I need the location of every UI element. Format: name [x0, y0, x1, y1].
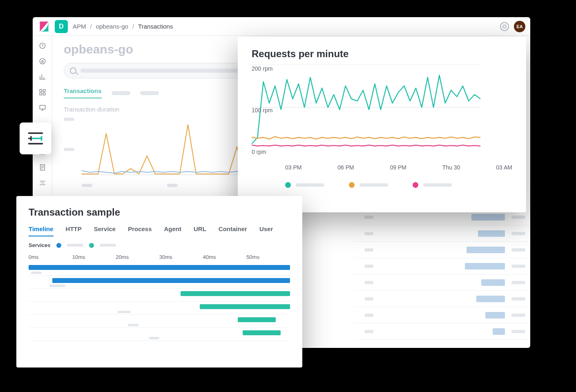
canvas-icon[interactable] [38, 104, 47, 112]
list-row[interactable] [355, 307, 530, 323]
tab-placeholder[interactable] [140, 91, 159, 95]
tab-process[interactable]: Process [128, 225, 152, 236]
timeline-axis: 0ms10ms20ms30ms40ms50ms [29, 254, 290, 260]
help-icon[interactable] [500, 22, 509, 31]
tab-transactions[interactable]: Transactions [64, 87, 102, 98]
breadcrumb-separator: / [90, 23, 92, 30]
axis-tick: 20ms [116, 254, 159, 260]
apm-icon[interactable] [38, 179, 47, 187]
breadcrumb: APM / opbeans-go / Transactions [73, 23, 173, 30]
axis-tick: 40ms [203, 254, 247, 260]
x-axis: 03 PM 06 PM 09 PM Thu 30 03 AM [285, 164, 512, 171]
services-legend: Services [29, 242, 290, 248]
y-tick: 100 rpm [252, 107, 272, 114]
legend-item[interactable] [349, 182, 388, 188]
service-swatch-icon [89, 243, 94, 248]
timeline-row[interactable] [29, 289, 290, 302]
legend [252, 182, 512, 188]
tab-user[interactable]: User [259, 225, 273, 236]
legend-item[interactable] [413, 182, 452, 188]
legend-swatch-icon [285, 182, 291, 188]
data-list [355, 209, 530, 340]
y-tick: 0 rpm [252, 149, 266, 155]
timeline-row[interactable] [29, 276, 290, 289]
card-title: Requests per minute [252, 48, 512, 60]
timeline-rows [29, 263, 290, 341]
tab-container[interactable]: Container [219, 225, 247, 236]
logs-icon[interactable] [38, 163, 47, 172]
svg-rect-7 [40, 105, 45, 109]
x-tick: 06 PM [337, 164, 354, 171]
legend-swatch-icon [349, 182, 355, 188]
list-row[interactable] [355, 274, 530, 291]
x-tick: 09 PM [390, 164, 406, 171]
svg-rect-6 [43, 93, 45, 95]
span-bar [238, 317, 276, 322]
recent-icon[interactable] [38, 42, 47, 50]
services-label: Services [29, 242, 51, 248]
user-avatar[interactable]: EA [514, 21, 525, 32]
y-tick: 200 rpm [252, 65, 272, 72]
svg-rect-3 [40, 89, 42, 91]
transaction-sample-card: Transaction sample TimelineHTTPServicePr… [16, 196, 302, 368]
duration-sparkline [82, 116, 253, 177]
tab-service[interactable]: Service [94, 225, 116, 236]
breadcrumb-item-current: Transactions [138, 23, 173, 30]
y-tick-placeholder [64, 148, 74, 151]
axis-tick: 30ms [159, 254, 203, 260]
y-tick-placeholder [64, 118, 74, 121]
svg-rect-4 [43, 89, 45, 91]
legend-item[interactable] [285, 182, 324, 188]
tab-url[interactable]: URL [194, 225, 206, 236]
kibana-logo-icon [38, 21, 50, 32]
tab-timeline[interactable]: Timeline [29, 225, 54, 236]
tab-http[interactable]: HTTP [66, 225, 82, 236]
top-bar: D APM / opbeans-go / Transactions EA [33, 17, 530, 36]
rpm-chart: 200 rpm 100 rpm 0 rpm 03 PM 06 PM 09 PM … [252, 65, 512, 171]
dashboard-icon[interactable] [38, 88, 47, 96]
breadcrumb-separator: / [132, 23, 134, 30]
timeline-row[interactable] [29, 315, 290, 328]
discover-icon[interactable] [38, 57, 47, 65]
visualize-icon[interactable] [38, 73, 47, 81]
span-bar [181, 291, 290, 296]
legend-swatch-icon [413, 182, 418, 188]
list-row[interactable] [355, 225, 530, 242]
list-row[interactable] [355, 258, 530, 274]
card-title: Transaction sample [29, 207, 290, 218]
span-bar [200, 304, 290, 309]
app-switcher-button[interactable]: D [55, 20, 68, 33]
span-bar [29, 265, 290, 270]
apm-badge-icon [20, 122, 51, 154]
timeline-row[interactable] [29, 302, 290, 315]
axis-tick: 0ms [29, 254, 72, 260]
x-tick: 03 PM [285, 164, 301, 171]
tab-placeholder[interactable] [112, 91, 130, 95]
search-icon [70, 67, 76, 74]
breadcrumb-item[interactable]: opbeans-go [96, 23, 128, 30]
list-row[interactable] [355, 242, 530, 258]
service-swatch-icon [56, 243, 61, 248]
axis-tick: 50ms [246, 254, 290, 260]
span-bar [52, 278, 290, 283]
svg-point-2 [40, 58, 45, 64]
list-row[interactable] [355, 323, 530, 340]
timeline-row[interactable] [29, 263, 290, 276]
requests-per-minute-card: Requests per minute 200 rpm 100 rpm 0 rp… [238, 37, 526, 212]
sample-tabs: TimelineHTTPServiceProcessAgentURLContai… [29, 225, 290, 236]
axis-tick: 10ms [72, 254, 116, 260]
list-row[interactable] [355, 291, 530, 307]
breadcrumb-item[interactable]: APM [73, 23, 86, 30]
timeline-row[interactable] [29, 328, 290, 341]
tab-agent[interactable]: Agent [164, 225, 182, 236]
rpm-lines [252, 65, 480, 158]
x-tick: 03 AM [496, 164, 512, 171]
span-bar [243, 330, 281, 335]
x-tick: Thu 30 [442, 164, 460, 171]
svg-rect-5 [40, 93, 42, 95]
